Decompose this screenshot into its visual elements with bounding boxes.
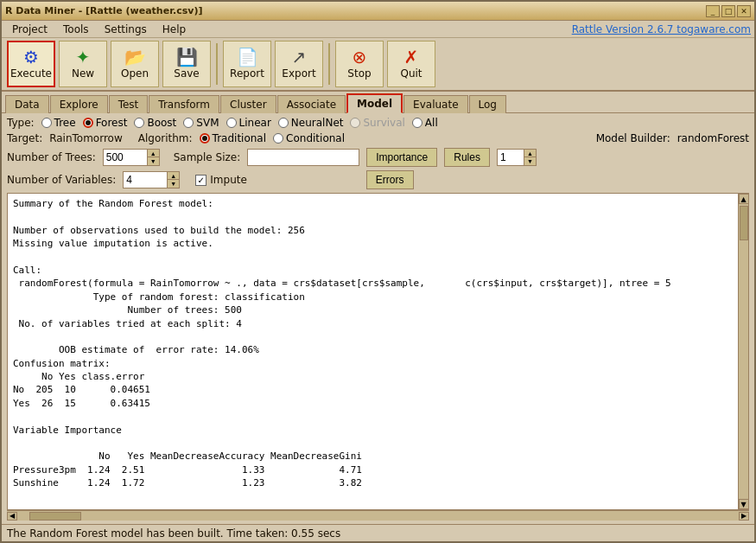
export-label: Export	[282, 67, 315, 80]
scroll-right-arrow[interactable]: ▶	[739, 512, 749, 521]
impute-checkbox[interactable]	[195, 175, 206, 186]
stop-button[interactable]: ⊗ Stop	[335, 41, 384, 87]
tab-explore[interactable]: Explore	[50, 95, 108, 113]
h-scroll-thumb[interactable]	[29, 512, 81, 521]
type-neuralnet-radio[interactable]	[278, 118, 289, 128]
type-linear-radio[interactable]	[226, 118, 237, 128]
menu-tools[interactable]: Tools	[56, 22, 96, 37]
export-icon: ↗	[292, 48, 307, 66]
num-vars-down[interactable]: ▼	[167, 180, 179, 188]
num-trees-down[interactable]: ▼	[147, 157, 159, 165]
num-trees-up[interactable]: ▲	[147, 150, 159, 157]
type-neuralnet-option[interactable]: NeuralNet	[278, 117, 344, 129]
impute-checkbox-row[interactable]: Impute	[195, 174, 247, 186]
num-vars-spinners: ▲ ▼	[167, 172, 179, 188]
type-all-radio[interactable]	[412, 118, 422, 128]
num-trees-field[interactable]: 500	[104, 150, 147, 165]
sample-size-field[interactable]	[247, 149, 359, 166]
report-button[interactable]: 📄 Report	[223, 41, 271, 87]
tab-cluster[interactable]: Cluster	[220, 95, 276, 113]
minimize-button[interactable]: _	[706, 5, 720, 17]
type-all-option[interactable]: All	[412, 117, 438, 129]
type-svm-label: SVM	[196, 117, 219, 129]
save-button[interactable]: 💾 Save	[162, 41, 211, 87]
tab-test[interactable]: Test	[109, 95, 149, 113]
content-area: Type: Tree Forest Boost SVM	[2, 113, 754, 524]
type-forest-radio[interactable]	[83, 118, 93, 128]
quit-label: Quit	[400, 67, 422, 80]
scroll-left-arrow[interactable]: ◀	[7, 512, 17, 521]
rattle-version-link[interactable]: Rattle Version 2.6.7 togaware.com	[572, 23, 751, 35]
tab-transform[interactable]: Transform	[149, 95, 219, 113]
toolbar: ⚙ Execute ✦ New 📂 Open 💾 Save 📄 Report ↗…	[2, 38, 754, 92]
rules-num-down[interactable]: ▼	[524, 157, 536, 165]
num-trees-input[interactable]: 500 ▲ ▼	[103, 149, 160, 166]
tab-log[interactable]: Log	[469, 95, 506, 113]
target-value: RainTomorrow	[49, 132, 123, 144]
window-title: R Data Miner - [Rattle (weather.csv)]	[5, 5, 202, 16]
type-all-label: All	[425, 117, 438, 129]
output-text[interactable]: Summary of the Random Forest model: Numb…	[8, 194, 738, 509]
open-icon: 📂	[124, 48, 146, 66]
num-trees-label: Number of Trees:	[7, 151, 96, 163]
num-vars-up[interactable]: ▲	[167, 172, 179, 180]
execute-label: Execute	[10, 67, 52, 80]
open-button[interactable]: 📂 Open	[111, 41, 159, 87]
status-bar: The Random Forest model has been built. …	[2, 524, 754, 541]
type-neuralnet-label: NeuralNet	[291, 117, 344, 129]
type-linear-label: Linear	[239, 117, 271, 129]
menu-settings[interactable]: Settings	[98, 22, 154, 37]
type-linear-option[interactable]: Linear	[226, 117, 271, 129]
impute-label: Impute	[210, 174, 247, 186]
quit-button[interactable]: ✗ Quit	[387, 41, 435, 87]
execute-button[interactable]: ⚙ Execute	[7, 41, 55, 87]
sample-size-label: Sample Size:	[174, 151, 240, 163]
type-tree-radio[interactable]	[41, 118, 52, 128]
report-label: Report	[230, 67, 264, 80]
num-vars-input[interactable]: 4 ▲ ▼	[123, 171, 180, 188]
type-survival-radio[interactable]	[350, 118, 360, 128]
rules-num-up[interactable]: ▲	[524, 150, 536, 157]
tab-model[interactable]: Model	[346, 93, 403, 113]
rules-num-spinners: ▲ ▼	[524, 150, 536, 165]
scroll-thumb[interactable]	[740, 206, 748, 240]
type-forest-option[interactable]: Forest	[83, 117, 128, 129]
algo-conditional-radio[interactable]	[273, 133, 283, 144]
type-svm-option[interactable]: SVM	[183, 117, 219, 129]
menu-project[interactable]: Project	[5, 22, 54, 37]
tab-associate[interactable]: Associate	[277, 95, 346, 113]
tab-evaluate[interactable]: Evaluate	[403, 95, 467, 113]
export-button[interactable]: ↗ Export	[275, 41, 323, 87]
type-tree-option[interactable]: Tree	[41, 117, 76, 129]
algorithm-label: Algorithm:	[138, 132, 193, 144]
horizontal-scrollbar[interactable]: ◀ ▶	[7, 510, 749, 521]
menu-help[interactable]: Help	[156, 22, 193, 37]
num-vars-field[interactable]: 4	[124, 172, 167, 188]
scroll-up-arrow[interactable]: ▲	[739, 194, 749, 204]
new-button[interactable]: ✦ New	[59, 41, 107, 87]
type-survival-option[interactable]: Survival	[350, 117, 404, 129]
status-text: The Random Forest model has been built. …	[7, 527, 340, 540]
algo-conditional-option[interactable]: Conditional	[273, 132, 345, 144]
vertical-scrollbar[interactable]: ▲ ▼	[738, 194, 748, 509]
output-wrapper: Summary of the Random Forest model: Numb…	[7, 193, 749, 510]
new-label: New	[72, 67, 94, 80]
close-button[interactable]: ✕	[737, 5, 751, 17]
rules-button[interactable]: Rules	[444, 148, 490, 167]
num-trees-spinners: ▲ ▼	[147, 150, 159, 165]
scroll-down-arrow[interactable]: ▼	[739, 499, 749, 509]
errors-button[interactable]: Errors	[366, 170, 414, 189]
maximize-button[interactable]: □	[721, 5, 735, 17]
type-svm-radio[interactable]	[183, 118, 194, 128]
importance-button[interactable]: Importance	[366, 148, 437, 167]
tab-data[interactable]: Data	[5, 95, 49, 113]
type-row: Type: Tree Forest Boost SVM	[7, 117, 749, 129]
type-boost-option[interactable]: Boost	[134, 117, 176, 129]
type-boost-radio[interactable]	[134, 118, 144, 128]
type-radio-group: Tree Forest Boost SVM Linear	[41, 117, 438, 129]
algo-traditional-option[interactable]: Traditional	[200, 132, 266, 144]
output-container: Summary of the Random Forest model: Numb…	[7, 193, 749, 521]
rules-num-input[interactable]: 1 ▲ ▼	[497, 149, 537, 166]
algo-traditional-radio[interactable]	[200, 133, 210, 144]
rules-num-field[interactable]: 1	[498, 150, 524, 165]
